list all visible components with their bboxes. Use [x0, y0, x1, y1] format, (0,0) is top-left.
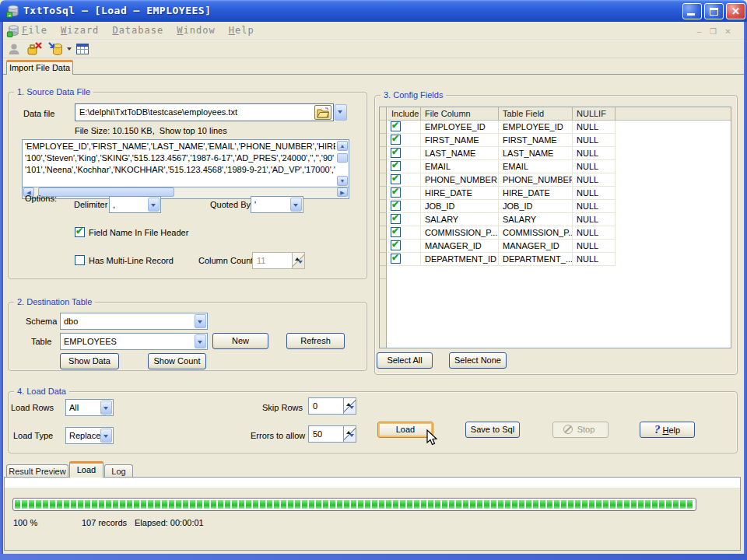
table-field-cell[interactable]: JOB_ID [499, 200, 573, 213]
scroll-right-icon[interactable]: ▶ [337, 187, 348, 197]
mdi-restore-button[interactable]: ❐ [707, 26, 719, 37]
nullif-cell[interactable]: NULL [573, 121, 615, 134]
include-checkbox[interactable]: ✔ [391, 187, 401, 198]
nullif-cell[interactable]: NULL [573, 213, 615, 226]
help-button[interactable]: ? Help [640, 422, 695, 438]
save-to-sql-button[interactable]: Save to Sql [465, 422, 520, 438]
select-all-button[interactable]: Select All [377, 352, 433, 369]
nullif-cell[interactable]: NULL [573, 134, 615, 147]
nullif-cell[interactable]: NULL [573, 147, 615, 160]
load-rows-combo[interactable]: All [65, 399, 114, 416]
column-header-file-column[interactable]: File Column [421, 107, 499, 121]
column-header-nullif[interactable]: NULLIF [573, 107, 615, 121]
load-button[interactable]: Load [377, 422, 433, 438]
chevron-down-icon[interactable] [100, 401, 112, 415]
chevron-down-icon[interactable] [290, 198, 302, 212]
file-column-cell[interactable]: DEPARTMENT_ID [421, 253, 499, 266]
connect-user-button[interactable] [6, 41, 23, 58]
chevron-down-icon[interactable] [195, 334, 206, 348]
new-button[interactable]: New [212, 333, 268, 349]
nullif-cell[interactable]: NULL [573, 160, 615, 173]
nullif-cell[interactable]: NULL [573, 187, 615, 200]
file-column-cell[interactable]: EMAIL [421, 160, 499, 173]
close-button[interactable]: ✕ [726, 3, 745, 19]
tab-load[interactable]: Load [69, 461, 103, 478]
show-data-button[interactable]: Show Data [60, 353, 119, 369]
menu-wizard[interactable]: Wizard [61, 22, 99, 36]
include-checkbox[interactable]: ✔ [391, 121, 401, 131]
vertical-scrollbar-thumb[interactable] [337, 153, 348, 163]
select-none-button[interactable]: Select None [449, 352, 507, 369]
column-header-include[interactable]: Include [388, 107, 421, 121]
include-checkbox[interactable]: ✔ [391, 240, 401, 250]
include-cell[interactable]: ✔ [388, 240, 421, 253]
file-column-cell[interactable]: MANAGER_ID [421, 240, 499, 253]
table-field-cell[interactable]: SALARY [499, 213, 573, 226]
nullif-cell[interactable]: NULL [573, 226, 615, 240]
config-fields-grid[interactable]: Include File Column Table Field NULLIF ✔… [379, 107, 731, 348]
chevron-down-icon[interactable] [100, 429, 112, 443]
include-cell[interactable]: ✔ [388, 147, 421, 160]
include-cell[interactable]: ✔ [388, 200, 421, 213]
field-name-checkbox[interactable]: ✔ [75, 227, 85, 237]
table-combo[interactable]: EMPLOYEES [60, 333, 208, 350]
sql-window-button[interactable] [75, 41, 92, 58]
mdi-minimize-button[interactable]: – [693, 26, 705, 37]
tab-import-file-data[interactable]: Import File Data [6, 60, 73, 75]
menu-window[interactable]: Window [177, 22, 215, 36]
include-cell[interactable]: ✔ [388, 160, 421, 173]
nullif-cell[interactable]: NULL [573, 253, 615, 266]
export-db-button[interactable] [47, 41, 65, 58]
menu-help[interactable]: Help [229, 22, 254, 36]
include-cell[interactable]: ✔ [388, 134, 421, 147]
spinner-buttons-icon[interactable] [343, 398, 356, 414]
file-column-cell[interactable]: HIRE_DATE [421, 187, 499, 200]
table-field-cell[interactable]: HIRE_DATE [499, 187, 573, 200]
nullif-cell[interactable]: NULL [573, 200, 615, 213]
include-cell[interactable]: ✔ [388, 226, 421, 240]
include-checkbox[interactable]: ✔ [391, 135, 401, 145]
scroll-down-icon[interactable]: ▼ [337, 176, 348, 186]
disconnect-button[interactable] [26, 41, 44, 58]
data-file-dropdown-arrow[interactable] [335, 104, 347, 121]
file-column-cell[interactable]: SALARY [421, 213, 499, 226]
maximize-button[interactable] [704, 3, 724, 19]
file-preview-memo[interactable]: 'EMPLOYEE_ID','FIRST_NAME','LAST_NAME','… [22, 139, 349, 187]
schema-combo[interactable]: dbo [60, 313, 208, 330]
file-column-cell[interactable]: EMPLOYEE_ID [421, 121, 499, 134]
tab-log[interactable]: Log [104, 464, 133, 478]
include-checkbox[interactable]: ✔ [391, 214, 401, 224]
chevron-down-icon[interactable] [148, 198, 160, 212]
mdi-close-button[interactable]: ✕ [722, 26, 734, 37]
table-field-cell[interactable]: PHONE_NUMBER [499, 173, 573, 187]
include-cell[interactable]: ✔ [388, 187, 421, 200]
include-cell[interactable]: ✔ [388, 121, 421, 134]
field-name-checkbox-label[interactable]: Field Name In File Header [89, 228, 188, 237]
file-column-cell[interactable]: JOB_ID [421, 200, 499, 213]
include-cell[interactable]: ✔ [388, 213, 421, 226]
nullif-cell[interactable]: NULL [573, 173, 615, 187]
delimiter-combo[interactable]: , [109, 196, 161, 213]
include-checkbox[interactable]: ✔ [391, 254, 401, 264]
include-checkbox[interactable]: ✔ [391, 174, 401, 184]
table-field-cell[interactable]: EMPLOYEE_ID [499, 121, 573, 134]
spinner-buttons-icon[interactable] [343, 426, 356, 442]
minimize-button[interactable] [682, 3, 702, 19]
include-cell[interactable]: ✔ [388, 253, 421, 266]
table-field-cell[interactable]: COMMISSION_P... [499, 226, 573, 240]
file-column-cell[interactable]: LAST_NAME [421, 147, 499, 160]
show-count-button[interactable]: Show Count [148, 353, 206, 369]
table-field-cell[interactable]: DEPARTMENT_... [499, 253, 573, 266]
menu-file[interactable]: File [22, 22, 47, 36]
menu-database[interactable]: Database [112, 22, 163, 36]
chevron-down-icon[interactable] [195, 314, 206, 328]
load-type-combo[interactable]: Replace [65, 427, 114, 444]
browse-file-button[interactable] [314, 105, 331, 120]
include-checkbox[interactable]: ✔ [391, 161, 401, 171]
skip-rows-spinner[interactable]: 0 [308, 397, 356, 415]
export-dropdown-caret-icon[interactable] [67, 47, 72, 53]
multiline-checkbox-label[interactable]: Has Multi-Line Record [89, 256, 174, 265]
include-checkbox[interactable]: ✔ [391, 148, 401, 158]
file-column-cell[interactable]: FIRST_NAME [421, 134, 499, 147]
file-column-cell[interactable]: PHONE_NUMBER [421, 173, 499, 187]
